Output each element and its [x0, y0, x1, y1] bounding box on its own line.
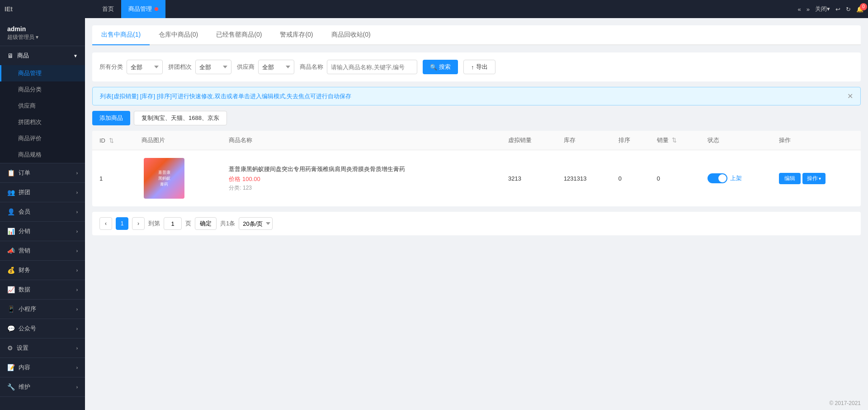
sidebar-section-data: 📈 数据 ›	[0, 280, 85, 300]
row-virtual-sales[interactable]: 3213	[501, 150, 557, 207]
sidebar-section-miniprogram: 📱 小程序 ›	[0, 300, 85, 319]
tab-bar: 出售中商品(1) 仓库中商品(0) 已经售罄商品(0) 警戒库存(0) 商品回收…	[92, 25, 861, 45]
content-arrow: ›	[76, 365, 78, 370]
sidebar-item-review[interactable]: 商品评价	[0, 130, 85, 147]
edit-button[interactable]: 编辑	[779, 173, 801, 184]
toggle-wrapper: 上架	[708, 173, 764, 183]
search-button[interactable]: 🔍 搜索	[423, 60, 458, 74]
nav-product-mgmt[interactable]: 商品管理	[121, 0, 165, 18]
col-sales[interactable]: 销量 ⇅	[650, 131, 700, 150]
filter-group-supplier: 供应商 全部	[237, 60, 294, 74]
sidebar-item-spec[interactable]: 商品规格	[0, 147, 85, 163]
tab-warning-stock[interactable]: 警戒库存(0)	[271, 25, 322, 45]
product-price: 价格 100.00	[229, 175, 494, 183]
sidebar-section-header-marketing[interactable]: 📣 营销 ›	[0, 241, 85, 260]
nav-home-label: 首页	[102, 5, 114, 13]
footer: © 2017-2021	[85, 396, 868, 410]
add-product-button[interactable]: 添加商品	[92, 111, 130, 125]
sidebar-section-goods: 🖥 商品 ▼ 商品管理 商品分类 供应商 拼团档次 商品评价 商品规格	[0, 46, 85, 163]
sidebar-section-header-order[interactable]: 📋 订单 ›	[0, 163, 85, 182]
nav-active-dot	[155, 7, 158, 11]
sidebar-section-header-wechat[interactable]: 💬 公众号 ›	[0, 319, 85, 338]
row-sales: 0	[650, 150, 700, 207]
member-icon: 👤	[7, 208, 15, 215]
filter-bar: 所有分类 全部 拼团档次 全部 供应商 全部	[92, 52, 861, 81]
sidebar-section-header-data[interactable]: 📈 数据 ›	[0, 280, 85, 299]
group-select[interactable]: 全部	[195, 60, 231, 74]
sidebar-section-finance: 💰 财务 ›	[0, 261, 85, 280]
tab-on-sale[interactable]: 出售中商品(1)	[92, 25, 150, 45]
sidebar-section-header-miniprogram[interactable]: 📱 小程序 ›	[0, 300, 85, 319]
page-1-btn[interactable]: 1	[116, 217, 128, 230]
tab-recycle[interactable]: 商品回收站(0)	[322, 25, 380, 45]
section-left-data: 📈 数据	[7, 286, 30, 294]
sidebar-section-header-group[interactable]: 👥 拼团 ›	[0, 183, 85, 202]
alert-close-btn[interactable]: ✕	[847, 92, 853, 100]
fast-prev-btn[interactable]: «	[798, 6, 801, 13]
product-name-input[interactable]	[327, 60, 417, 74]
sidebar-section-header-content[interactable]: 📝 内容 ›	[0, 358, 85, 377]
user-info: admin 超级管理员 ▾	[0, 18, 85, 46]
notification-bell[interactable]: 🔔 0	[856, 6, 863, 13]
sidebar: admin 超级管理员 ▾ 🖥 商品 ▼ 商品管理 商品分类 供应商 拼团档次	[0, 18, 85, 410]
sidebar-menu: 🖥 商品 ▼ 商品管理 商品分类 供应商 拼团档次 商品评价 商品规格	[0, 46, 85, 410]
col-name: 商品名称	[222, 131, 501, 150]
top-nav: 首页 商品管理	[95, 0, 798, 18]
page-size-select[interactable]: 20条/页	[239, 217, 273, 230]
data-label: 数据	[19, 286, 30, 294]
goto-label: 到第	[148, 219, 160, 228]
maintenance-label: 维护	[19, 383, 30, 391]
sidebar-item-product-category[interactable]: 商品分类	[0, 81, 85, 98]
sidebar-item-group-tier[interactable]: 拼团档次	[0, 114, 85, 130]
sidebar-section-maintenance: 🔧 维护 ›	[0, 377, 85, 397]
tab-warehouse[interactable]: 仓库中商品(0)	[150, 25, 207, 45]
ops-button[interactable]: 操作 ▾	[802, 173, 826, 184]
order-label: 订单	[19, 169, 30, 177]
status-toggle[interactable]	[708, 173, 727, 183]
user-role[interactable]: 超级管理员 ▾	[7, 33, 78, 41]
section-left-group: 👥 拼团	[7, 188, 30, 196]
member-label: 会员	[19, 208, 30, 216]
ops-dropdown-arrow: ▾	[819, 176, 821, 181]
col-id[interactable]: ID ⇅	[92, 131, 134, 150]
export-button[interactable]: ↑ 导出	[463, 60, 495, 74]
prev-page-btn[interactable]: ‹	[99, 217, 112, 230]
col-id-label: ID	[99, 137, 105, 144]
finance-label: 财务	[19, 266, 30, 274]
fast-next-btn[interactable]: »	[807, 6, 810, 13]
ops-label: 操作	[807, 175, 818, 182]
sidebar-section-wechat: 💬 公众号 ›	[0, 319, 85, 338]
category-select[interactable]: 全部	[127, 60, 163, 74]
distribution-icon: 📊	[7, 228, 15, 235]
row-image: 薏普康黑蚂蚁膏药	[134, 150, 222, 207]
refresh-btn[interactable]: ↻	[846, 6, 851, 13]
nav-home[interactable]: 首页	[95, 0, 121, 18]
product-name: 薏普康黑蚂蚁腰间盘突出专用药膏颈椎病肩周炎滑膜炎骨质增生膏药	[229, 165, 494, 173]
row-sort[interactable]: 0	[611, 150, 650, 207]
close-btn[interactable]: 关闭▾	[815, 5, 830, 13]
sidebar-section-content: 📝 内容 ›	[0, 358, 85, 377]
sidebar-section-header-maintenance[interactable]: 🔧 维护 ›	[0, 377, 85, 396]
copy-product-button[interactable]: 复制淘宝、天猫、1688、京东	[134, 111, 227, 125]
goods-arrow: ▼	[73, 53, 78, 58]
col-sales-sort-icon: ⇅	[672, 137, 677, 143]
sidebar-section-header-goods[interactable]: 🖥 商品 ▼	[0, 46, 85, 65]
sidebar-section-header-distribution[interactable]: 📊 分销 ›	[0, 222, 85, 241]
sidebar-item-supplier[interactable]: 供应商	[0, 98, 85, 114]
row-stock[interactable]: 1231313	[557, 150, 611, 207]
section-left-order: 📋 订单	[7, 169, 30, 177]
supplier-filter-label: 供应商	[237, 63, 255, 71]
supplier-select[interactable]: 全部	[258, 60, 294, 74]
maintenance-icon: 🔧	[7, 383, 15, 391]
sidebar-section-header-settings[interactable]: ⚙ 设置 ›	[0, 338, 85, 358]
sidebar-item-product-mgmt[interactable]: 商品管理	[0, 65, 85, 81]
sidebar-section-header-member[interactable]: 👤 会员 ›	[0, 202, 85, 221]
undo-btn[interactable]: ↩	[835, 6, 840, 13]
next-page-btn[interactable]: ›	[132, 217, 145, 230]
sidebar-section-header-finance[interactable]: 💰 财务 ›	[0, 261, 85, 280]
tab-sold-out[interactable]: 已经售罄商品(0)	[207, 25, 271, 45]
goto-page-input[interactable]	[164, 217, 182, 230]
confirm-page-btn[interactable]: 确定	[195, 217, 217, 230]
data-table: ID ⇅ 商品图片 商品名称 虚拟销量 库存 排序 销量 ⇅	[92, 131, 861, 206]
search-btn-label: 搜索	[439, 63, 451, 71]
